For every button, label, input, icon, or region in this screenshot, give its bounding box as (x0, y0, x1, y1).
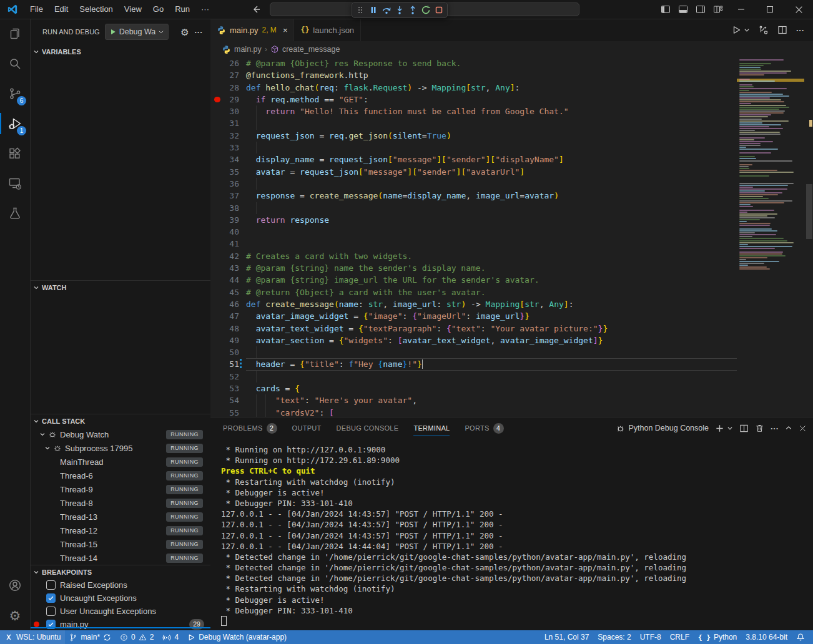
gutter[interactable]: 50 (210, 346, 246, 358)
code-line-51[interactable]: 51 header = {"title": f"Hey {name}!"} (210, 358, 813, 370)
terminal-dropdown-icon[interactable] (727, 425, 733, 431)
gear-icon[interactable]: ⚙ (178, 25, 192, 39)
minimize-icon[interactable] (727, 0, 756, 19)
breakpoint-checkbox[interactable] (46, 580, 56, 590)
activity-extensions[interactable] (0, 139, 30, 168)
back-arrow-icon[interactable] (251, 4, 261, 14)
status-language-mode[interactable]: { } Python (694, 630, 741, 644)
gutter[interactable]: 47 (210, 310, 246, 322)
status-encoding[interactable]: UTF-8 (636, 630, 666, 644)
run-python-file-icon[interactable] (731, 25, 741, 35)
debug-config-dropdown[interactable]: Debug Wa (105, 24, 169, 40)
menu-more[interactable]: ··· (195, 0, 215, 19)
code-line-32[interactable]: 32 request_json = req.get_json(silent=Tr… (210, 130, 813, 142)
gutter[interactable]: 51 (210, 358, 246, 370)
code-line-40[interactable]: 40 (210, 226, 813, 238)
gutter[interactable]: 41 (210, 238, 246, 250)
status-debug-session-status[interactable]: Debug Watch (avatar-app) (183, 630, 291, 644)
gutter[interactable]: 46 (210, 298, 246, 310)
code-line-43[interactable]: 43 # @param {string} name the sender's d… (210, 262, 813, 274)
gutter[interactable]: 35 (210, 166, 246, 178)
code-line-35[interactable]: 35 avatar = request_json["message"]["sen… (210, 166, 813, 178)
drag-grip-icon[interactable] (355, 4, 366, 16)
gutter[interactable]: 55 (210, 407, 246, 417)
gutter[interactable]: 31 (210, 117, 246, 129)
start-debug-icon[interactable] (109, 28, 117, 36)
call-stack-item[interactable]: Thread-12 RUNNING (30, 524, 210, 537)
layout-panel-icon[interactable] (674, 0, 692, 19)
kill-terminal-icon[interactable] (755, 424, 764, 433)
menu-go[interactable]: Go (147, 0, 169, 19)
panel-tab-output[interactable]: OUTPUT (292, 417, 322, 439)
gutter[interactable]: 42 (210, 250, 246, 262)
breadcrumb-item[interactable]: create_message (282, 45, 340, 54)
activity-testing[interactable] (0, 198, 30, 228)
call-stack-item[interactable]: Thread-8 RUNNING (30, 496, 210, 510)
code-line-36[interactable]: 36 (210, 178, 813, 190)
code-line-50[interactable]: 50 (210, 346, 813, 358)
menu-file[interactable]: File (24, 0, 49, 19)
gutter[interactable]: 45 (210, 286, 246, 298)
run-or-debug-icon[interactable] (759, 25, 769, 35)
gutter[interactable]: 49 (210, 334, 246, 346)
gutter[interactable]: 52 (210, 371, 246, 383)
chevron-down-icon[interactable] (44, 444, 51, 452)
code-line-37[interactable]: 37 response = create_message(name=displa… (210, 190, 813, 202)
breakpoint-checkbox[interactable] (46, 607, 56, 616)
code-line-33[interactable]: 33 (210, 142, 813, 154)
stop-icon[interactable] (433, 4, 445, 16)
maximize-panel-icon[interactable] (785, 424, 792, 432)
status-eol[interactable]: CRLF (666, 630, 694, 644)
panel-tab-ports[interactable]: PORTS 4 (465, 417, 503, 439)
code-line-46[interactable]: 46 def create_message(name: str, image_u… (210, 298, 813, 310)
status-remote-indicator[interactable]: WSL: Ubuntu (0, 630, 65, 644)
status-problems-status[interactable]: 0 2 (116, 630, 158, 644)
call-stack-item[interactable]: Thread-9 RUNNING (30, 482, 210, 496)
panel-more-actions-icon[interactable]: ··· (771, 424, 779, 433)
more-actions-icon[interactable]: ··· (192, 25, 205, 39)
gutter[interactable]: 26 (210, 57, 246, 69)
gutter[interactable]: 40 (210, 226, 246, 238)
breadcrumb-item[interactable]: main.py (234, 45, 262, 54)
maximize-icon[interactable] (756, 0, 784, 19)
breakpoint-item[interactable]: Uncaught Exceptions (30, 592, 210, 605)
code-line-45[interactable]: 45 # @return {Object} a card with the us… (210, 286, 813, 298)
activity-settings[interactable]: ⚙ (0, 600, 30, 630)
gutter[interactable]: 39 (210, 214, 246, 226)
status-ports-status[interactable]: 4 (158, 630, 183, 644)
breakpoint-item[interactable]: User Uncaught Exceptions (30, 605, 210, 618)
panel-tab-problems[interactable]: PROBLEMS 2 (223, 417, 277, 439)
minimap[interactable] (737, 57, 804, 320)
code-line-52[interactable]: 52 (210, 371, 813, 383)
code-line-49[interactable]: 49 avatar_section = {"widgets": [avatar_… (210, 334, 813, 346)
code-line-42[interactable]: 42 # Creates a card with two widgets. (210, 250, 813, 262)
status-git-branch-status[interactable]: main* (65, 630, 116, 644)
code-line-54[interactable]: 54 "text": "Here's your avatar", (210, 394, 813, 406)
layout-sidebar-right-icon[interactable] (692, 0, 709, 19)
activity-search[interactable] (0, 49, 30, 79)
code-line-39[interactable]: 39 return response (210, 214, 813, 226)
terminal-selector[interactable]: Python Debug Console (616, 424, 709, 433)
layout-customize-icon[interactable] (709, 0, 727, 19)
step-out-icon[interactable] (407, 4, 418, 16)
gutter[interactable]: 53 (210, 383, 246, 394)
sidebar-sash[interactable] (30, 627, 210, 628)
code-line-41[interactable]: 41 (210, 238, 813, 250)
code-line-47[interactable]: 47 avatar_image_widget = {"image": {"ima… (210, 310, 813, 322)
gutter[interactable]: 28 (210, 82, 246, 94)
new-terminal-icon[interactable] (715, 424, 724, 433)
editor-scrollbar[interactable] (806, 57, 813, 417)
breakpoints-section-header[interactable]: BREAKPOINTS (30, 565, 210, 578)
menu-selection[interactable]: Selection (74, 0, 118, 19)
code-line-53[interactable]: 53 cards = { (210, 383, 813, 394)
gutter[interactable]: 29 (210, 94, 246, 105)
breakpoint-item[interactable]: main.py 29 (30, 618, 210, 630)
watch-section-header[interactable]: WATCH (30, 280, 210, 294)
split-editor-icon[interactable] (777, 25, 787, 35)
terminal-output[interactable]: * Running on http://127.0.0.1:9000 * Run… (210, 439, 813, 627)
code-line-27[interactable]: 27 @functions_framework.http (210, 69, 813, 81)
editor-more-actions-icon[interactable]: ··· (796, 26, 804, 35)
status-notifications[interactable] (792, 630, 809, 644)
code-line-44[interactable]: 44 # @param {string} image_url the URL f… (210, 274, 813, 286)
code-line-29[interactable]: 29 if req.method == "GET": (210, 94, 813, 105)
